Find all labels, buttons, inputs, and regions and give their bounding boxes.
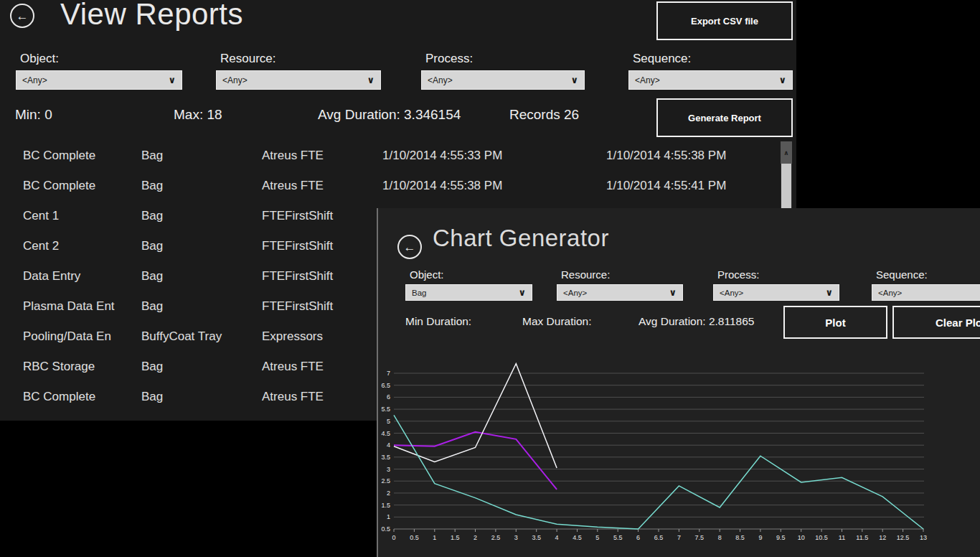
table-cell: Cent 2 [23,231,59,261]
table-cell: FTEFirstShift [262,201,333,231]
table-cell: Bag [141,382,163,412]
table-cell: BC Complete [23,382,95,412]
x-tick-label: 13 [920,534,927,541]
chevron-down-icon: ∨ [669,288,677,297]
table-cell: FTEFirstShift [262,231,333,261]
table-cell: 1/10/2014 4:55:33 PM [382,141,502,171]
table-cell: Bag [141,352,163,382]
chevron-down-icon: ∨ [367,75,374,85]
x-tick-label: 0 [392,534,395,541]
y-tick-label: 5.5 [381,406,390,413]
clear-plot-button[interactable]: Clear Plot [892,306,980,339]
object-filter: Object: <Any> ∨ [16,52,182,90]
y-tick-label: 5 [387,418,390,425]
process-filter: Process: <Any> ∨ [421,52,585,90]
x-tick-label: 3.5 [532,534,541,541]
y-tick-label: 3 [387,466,390,473]
table-cell: Plasma Data Ent [23,291,115,322]
min-duration-stat: Min Duration: [405,315,471,328]
records-count: Records 26 [509,107,579,123]
resource-dropdown[interactable]: <Any> ∨ [216,70,381,90]
series-line [394,364,557,468]
x-tick-label: 12.5 [897,534,910,541]
max-stat: Max: 18 [174,107,222,123]
table-cell: Atreus FTE [262,382,324,412]
x-tick-label: 7.5 [695,534,705,541]
dropdown-value: <Any> [428,75,453,85]
scrollbar-up-icon[interactable]: ∧ [781,141,792,164]
y-tick-label: 6 [387,393,390,401]
process-label: Process: [425,52,585,66]
table-cell: 1/10/2014 4:55:38 PM [606,141,726,171]
sequence-label: Sequence: [633,52,793,66]
sequence-filter: Sequence: <Any> ∨ [872,268,980,301]
chevron-down-icon: ∨ [778,75,786,85]
x-tick-label: 8 [718,534,722,541]
back-icon[interactable]: ← [10,4,34,28]
x-tick-label: 0.5 [410,534,419,541]
y-tick-label: 2.5 [381,477,390,485]
page-title: Chart Generator [433,221,609,256]
resource-filter: Resource: <Any> ∨ [216,52,381,90]
dropdown-value: <Any> [720,289,743,297]
table-cell: Pooling/Data En [23,322,111,352]
table-cell: Bag [141,231,163,261]
process-label: Process: [717,268,839,281]
resource-filter: Resource: <Any> ∨ [557,268,683,301]
table-cell: Cent 1 [23,201,59,231]
table-row[interactable]: BC CompleteBagAtreus FTE1/10/2014 4:55:3… [0,171,775,201]
duration-chart: 0.511.522.533.544.555.566.5700.511.522.5… [378,352,980,557]
desktop: { "icons": { "back": "←", "chevron_down"… [0,0,980,557]
sequence-filter: Sequence: <Any> ∨ [628,52,793,90]
min-stat: Min: 0 [15,107,52,123]
x-tick-label: 9 [758,534,762,541]
table-cell: Data Entry [23,261,80,291]
y-tick-label: 0.5 [381,525,390,533]
table-cell: FTEFirstShift [262,291,333,322]
chevron-down-icon: ∨ [570,75,578,85]
chart-generator-window: ← Chart Generator Object: Bag ∨ Resource… [377,208,980,557]
sequence-dropdown[interactable]: <Any> ∨ [872,284,980,301]
y-tick-label: 4.5 [381,430,390,437]
generate-report-button[interactable]: Generate Report [656,98,793,137]
y-tick-label: 6.5 [381,382,390,389]
table-cell: BC Complete [23,141,95,171]
avg-duration-stat: Avg Duration: 2.811865 [639,315,754,328]
process-dropdown[interactable]: <Any> ∨ [421,70,585,90]
chevron-down-icon: ∨ [518,288,526,297]
table-cell: Bag [141,171,163,201]
y-tick-label: 7 [387,370,390,377]
x-tick-label: 10.5 [815,534,828,541]
table-cell: BC Complete [23,171,95,201]
process-filter: Process: <Any> ∨ [713,268,839,301]
table-cell: Bag [141,261,163,291]
chevron-down-icon: ∨ [168,75,176,85]
x-tick-label: 3 [514,534,518,541]
resource-label: Resource: [561,268,683,281]
export-csv-button[interactable]: Export CSV file [656,1,793,40]
y-tick-label: 1.5 [381,502,390,509]
object-dropdown[interactable]: Bag ∨ [405,284,532,301]
table-cell: 1/10/2014 4:55:41 PM [606,171,726,201]
y-tick-label: 1 [387,513,390,520]
object-dropdown[interactable]: <Any> ∨ [16,70,182,90]
table-cell: Expressors [262,322,323,352]
back-icon[interactable]: ← [397,235,422,259]
x-tick-label: 4.5 [573,534,582,541]
dropdown-value: Bag [412,289,426,297]
dropdown-value: <Any> [222,75,248,85]
x-tick-label: 6 [636,534,640,541]
x-tick-label: 7 [677,534,681,541]
x-tick-label: 4 [555,534,559,541]
plot-button[interactable]: Plot [783,306,887,339]
sequence-label: Sequence: [876,268,980,281]
table-row[interactable]: BC CompleteBagAtreus FTE1/10/2014 4:55:3… [0,141,775,171]
process-dropdown[interactable]: <Any> ∨ [713,284,839,301]
max-duration-stat: Max Duration: [522,315,591,328]
avg-duration-stat: Avg Duration: 3.346154 [318,107,461,123]
resource-label: Resource: [220,52,381,66]
table-cell: 1/10/2014 4:55:38 PM [382,171,502,201]
chevron-down-icon: ∨ [825,288,833,297]
resource-dropdown[interactable]: <Any> ∨ [557,284,683,301]
sequence-dropdown[interactable]: <Any> ∨ [628,70,793,90]
